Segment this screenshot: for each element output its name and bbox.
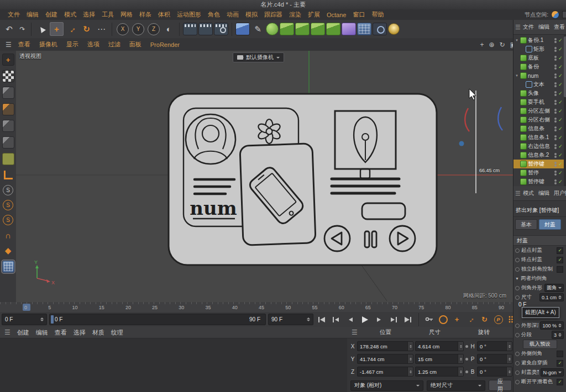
material-list-area[interactable] — [0, 338, 347, 392]
om-menu-view[interactable]: 查看 — [552, 23, 566, 31]
symmetry-generator-button[interactable] — [295, 23, 310, 35]
rotation-h-field[interactable]: 0 ° — [477, 341, 512, 351]
cap-start-checkbox[interactable]: ✓ — [557, 247, 563, 254]
position-z-field[interactable]: -1.467 cm — [357, 367, 413, 377]
menu-volume[interactable]: 体积 — [155, 10, 174, 19]
tree-row[interactable]: 信息条.1✓ — [513, 133, 566, 142]
om-menu-file[interactable]: 文件 — [521, 23, 536, 31]
tree-row[interactable]: 耍手机✓ — [513, 98, 566, 107]
viewport-menu-filter[interactable]: 过滤 — [104, 40, 125, 49]
points-mode-button[interactable] — [2, 136, 14, 149]
tab-caps[interactable]: 封盖 — [539, 219, 561, 230]
uv-mode-button[interactable] — [2, 153, 14, 165]
menu-spline[interactable]: 样条 — [136, 10, 155, 19]
om-menu-edit[interactable]: 编辑 — [536, 23, 552, 31]
coordinate-mode-select[interactable]: 对象 (相对) — [350, 380, 423, 391]
menu-character[interactable]: 角色 — [205, 10, 223, 19]
quantize-button[interactable]: ◆ — [3, 245, 14, 256]
menu-edit[interactable]: 编辑 — [23, 10, 42, 19]
keyframe-dot-icon[interactable] — [515, 352, 520, 356]
last-used-tool[interactable]: ⋯ — [95, 22, 108, 36]
undo-button[interactable]: ↶ — [2, 22, 16, 36]
phong-break-checkbox[interactable]: ✓ — [557, 379, 563, 385]
menu-help[interactable]: 帮助 — [368, 10, 387, 19]
autokey-button[interactable] — [437, 314, 449, 325]
fields-button[interactable] — [326, 23, 340, 35]
size-y-field[interactable]: 15 cm — [415, 354, 464, 364]
workplane-grid-button[interactable] — [2, 261, 14, 273]
next-frame-button[interactable] — [373, 314, 385, 325]
viewport-menu-prorender[interactable]: ProRender — [146, 41, 184, 48]
material-menu-icon[interactable]: ☰ — [4, 329, 11, 336]
snap-enabled-button[interactable]: S — [3, 200, 13, 210]
texture-mode-button[interactable] — [2, 103, 14, 115]
attribute-menu-icon[interactable]: ☰ — [515, 190, 521, 197]
prev-frame-button[interactable] — [344, 314, 357, 325]
bevel-size-field[interactable]: 0.1 cm — [539, 293, 564, 301]
cap-type-select[interactable]: N-gon — [541, 368, 564, 377]
tree-row[interactable]: 信息条✓ — [513, 124, 566, 133]
viewport-menu-icon[interactable]: ☰ — [3, 41, 14, 49]
men-tracker[interactable]: 跟踪器 — [261, 10, 286, 19]
load-preset-button[interactable]: 载入预设 — [523, 340, 557, 349]
workplane-mode-button[interactable] — [2, 120, 14, 132]
tree-row[interactable]: 备份✓ — [513, 62, 566, 71]
subdivision-surface-button[interactable] — [266, 23, 279, 35]
tree-row[interactable]: 信息条.2✓ — [513, 151, 566, 160]
layout-icon[interactable] — [562, 11, 566, 18]
material-menu-view[interactable]: 查看 — [51, 329, 70, 337]
goto-end-button[interactable] — [402, 314, 414, 325]
coordinates-menu-icon[interactable]: ☰ — [352, 329, 358, 336]
object-manager-menu-icon[interactable]: ☰ — [515, 24, 521, 31]
viewport-orbit-icon[interactable]: ↻ — [500, 41, 505, 49]
apply-button[interactable]: 应用 — [489, 380, 512, 391]
menu-tools[interactable]: 工具 — [98, 10, 117, 19]
end-frame-combo[interactable]: 90 F — [268, 314, 313, 325]
tree-row-selected[interactable]: 暂停键✓ — [513, 160, 566, 168]
cap-end-checkbox[interactable]: ✓ — [557, 257, 563, 263]
scrollbar-thumb[interactable] — [564, 36, 566, 97]
coordinate-system-button[interactable]: ◐ — [162, 22, 176, 36]
menu-create[interactable]: 创建 — [42, 10, 61, 19]
keyframe-dot-icon[interactable] — [515, 380, 520, 384]
menu-render[interactable]: 渲染 — [286, 10, 305, 19]
tree-row[interactable]: 头像✓ — [513, 89, 566, 98]
viewport-pan-icon[interactable]: + — [480, 41, 484, 49]
material-menu-material[interactable]: 材质 — [89, 329, 108, 337]
menu-animate[interactable]: 动画 — [223, 10, 242, 19]
menu-simulate[interactable]: 模拟 — [242, 10, 261, 19]
keyframe-scale-toggle[interactable]: ↔ — [465, 314, 476, 325]
camera-button[interactable] — [373, 23, 387, 35]
power-slider-handle[interactable] — [51, 315, 54, 324]
menu-octane[interactable]: Octane — [323, 12, 349, 18]
tree-row[interactable]: ▾num✓ — [513, 71, 566, 80]
tree-row[interactable]: 底板✓ — [513, 54, 566, 62]
tree-row[interactable]: 矩形✓ — [513, 45, 566, 54]
keyframe-dot-icon[interactable] — [515, 248, 520, 253]
goto-start-button[interactable] — [316, 314, 328, 325]
timeline-ruler[interactable]: 05 1015 2025 3035 4045 5055 6065 7075 80… — [0, 302, 513, 312]
x-axis-lock-button[interactable]: X — [117, 23, 129, 35]
am-menu-mode[interactable]: 模式 — [521, 189, 536, 197]
tree-row[interactable]: 分区左侧✓ — [513, 107, 566, 115]
am-menu-edit[interactable]: 编辑 — [536, 189, 552, 197]
spline-pen-button[interactable]: ✎ — [251, 22, 265, 36]
view-label[interactable]: 透视视图 — [19, 52, 41, 60]
tree-row[interactable]: 分区右侧✓ — [513, 115, 566, 124]
size-x-field[interactable]: 4.614 cm — [415, 341, 464, 351]
material-menu-edit[interactable]: 编辑 — [33, 329, 51, 337]
keyframe-dot-icon[interactable] — [515, 324, 520, 328]
render-view-button[interactable] — [183, 23, 197, 35]
render-settings-button[interactable] — [214, 23, 228, 35]
live-selection-tool[interactable] — [35, 22, 49, 36]
segments-field[interactable]: 3 — [552, 331, 564, 339]
outer-bevel-checkbox[interactable] — [557, 351, 563, 357]
y-axis-lock-button[interactable]: Y — [132, 23, 144, 35]
viewport-menu-options[interactable]: 选项 — [83, 40, 104, 49]
rotation-p-field[interactable]: 0 ° — [477, 354, 512, 364]
redo-button[interactable]: ↷ — [17, 22, 28, 36]
scale-tool[interactable]: ↔ — [65, 22, 78, 36]
volume-builder-button[interactable] — [342, 23, 356, 35]
render-picture-viewer-button[interactable] — [198, 23, 213, 35]
light-button[interactable] — [388, 23, 400, 35]
